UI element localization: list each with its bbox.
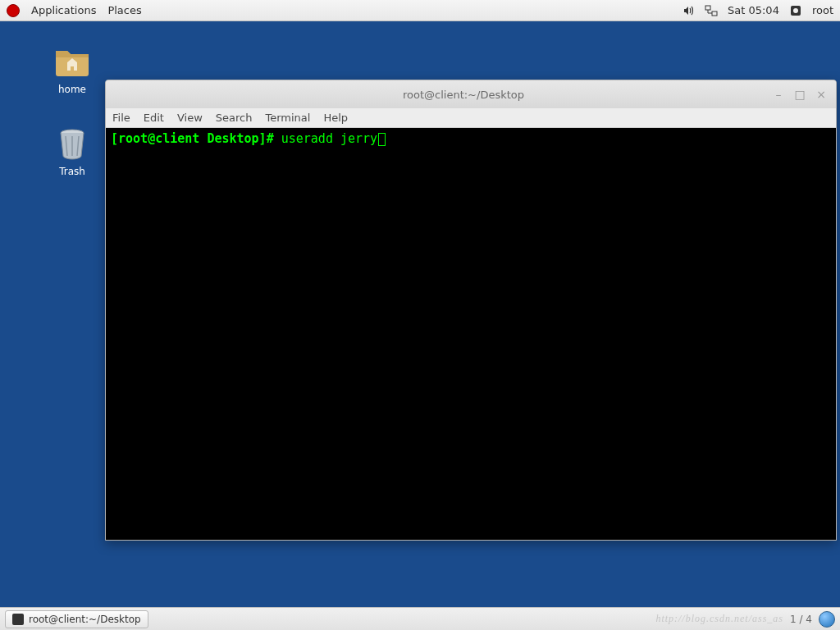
window-titlebar[interactable]: root@client:~/Desktop – □ × <box>106 80 836 108</box>
desktop-icon-trash[interactable]: Trash <box>43 123 102 177</box>
network-icon[interactable] <box>705 4 718 17</box>
applications-menu[interactable]: Applications <box>31 4 96 16</box>
terminal-command: useradd jerry <box>281 131 377 146</box>
volume-icon[interactable] <box>682 4 695 17</box>
distro-logo-icon <box>7 4 20 17</box>
svg-rect-0 <box>705 6 710 10</box>
menu-search[interactable]: Search <box>216 112 253 124</box>
trash-icon <box>52 123 92 162</box>
terminal-menubar: File Edit View Search Terminal Help <box>106 108 836 128</box>
menu-edit[interactable]: Edit <box>144 112 164 124</box>
clock[interactable]: Sat 05:04 <box>728 4 779 16</box>
window-title: root@client:~/Desktop <box>155 89 772 101</box>
terminal-taskbar-icon <box>12 614 24 625</box>
user-menu[interactable]: root <box>812 4 833 16</box>
folder-home-icon <box>52 41 92 80</box>
workspace-switcher-icon[interactable] <box>819 611 835 628</box>
svg-point-3 <box>793 8 798 13</box>
menu-view[interactable]: View <box>177 112 203 124</box>
top-panel: Applications Places Sat 05:04 root <box>0 0 840 21</box>
terminal-body[interactable]: [root@client Desktop]# useradd jerry <box>106 128 836 540</box>
maximize-button[interactable]: □ <box>793 88 806 101</box>
terminal-prompt: [root@client Desktop]# <box>111 131 281 146</box>
menu-file[interactable]: File <box>112 112 130 124</box>
places-menu[interactable]: Places <box>107 4 141 16</box>
close-button[interactable]: × <box>815 88 828 101</box>
minimize-button[interactable]: – <box>772 88 785 101</box>
terminal-window: root@client:~/Desktop – □ × File Edit Vi… <box>105 80 837 541</box>
desktop-icon-label: home <box>43 84 102 95</box>
taskbar-item-terminal[interactable]: root@client:~/Desktop <box>5 610 148 628</box>
menu-terminal[interactable]: Terminal <box>265 112 310 124</box>
svg-rect-1 <box>712 11 717 16</box>
watermark-text: http://blog.csdn.net/ass_as <box>655 613 783 625</box>
desktop-icon-home[interactable]: home <box>43 41 102 95</box>
bottom-panel: root@client:~/Desktop http://blog.csdn.n… <box>0 607 840 630</box>
page-indicator: 1 / 4 <box>790 614 812 625</box>
taskbar-item-label: root@client:~/Desktop <box>29 614 141 625</box>
terminal-cursor <box>378 133 386 146</box>
desktop-icon-label: Trash <box>43 166 102 177</box>
menu-help[interactable]: Help <box>323 112 348 124</box>
power-icon[interactable] <box>789 4 802 17</box>
